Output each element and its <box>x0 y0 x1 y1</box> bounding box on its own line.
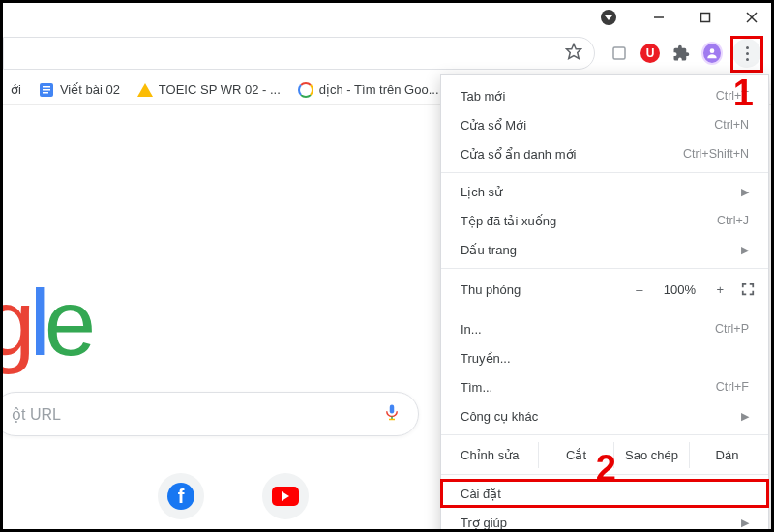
extension-icon-1[interactable] <box>609 43 630 64</box>
menu-separator <box>441 310 768 310</box>
edit-paste-button[interactable]: Dán <box>689 442 764 468</box>
menu-label: Tìm... <box>461 380 492 395</box>
menu-label: Chỉnh sửa <box>461 448 538 462</box>
chrome-menu-button[interactable] <box>732 39 761 68</box>
menu-print[interactable]: In...Ctrl+P <box>441 314 768 343</box>
svg-rect-2 <box>701 14 710 22</box>
menu-shortcut: Ctrl+N <box>714 118 749 132</box>
svg-point-7 <box>710 48 715 53</box>
menu-shortcut: Ctrl+Shift+N <box>683 147 749 161</box>
edit-copy-button[interactable]: Sao chép <box>613 442 689 468</box>
extensions-icon[interactable] <box>670 43 692 64</box>
menu-label: Cửa sổ ẩn danh mới <box>461 147 576 162</box>
menu-label: Lịch sử <box>461 185 502 199</box>
menu-label: Cửa sổ Mới <box>461 118 526 133</box>
menu-more-tools[interactable]: Công cụ khác▶ <box>441 401 768 430</box>
menu-cast[interactable]: Truyền... <box>441 343 768 372</box>
bookmark-label: dịch - Tìm trên Goo... <box>319 82 439 97</box>
bookmark-label: ới <box>11 82 21 97</box>
menu-help[interactable]: Trợ giúp▶ <box>441 508 768 532</box>
menu-label: Tab mới <box>461 89 505 103</box>
annotation-number-1: 1 <box>733 73 754 114</box>
menu-separator <box>441 434 768 435</box>
quicklink-facebook[interactable]: f <box>158 473 204 519</box>
menu-find[interactable]: Tìm...Ctrl+F <box>441 372 768 401</box>
menu-label: Tệp đã tải xuống <box>461 214 556 228</box>
menu-incognito[interactable]: Cửa sổ ẩn danh mớiCtrl+Shift+N <box>441 139 768 168</box>
minimize-button[interactable] <box>645 4 672 31</box>
bookmark-star-icon[interactable] <box>565 43 582 64</box>
bookmark-item[interactable]: TOEIC SP WR 02 - ... <box>137 82 281 98</box>
window-controls <box>601 3 771 32</box>
bookmark-label: Viết bài 02 <box>60 82 120 97</box>
bookmark-item[interactable]: dịch - Tìm trên Goo... <box>298 82 439 98</box>
drive-icon <box>137 82 153 98</box>
menu-shortcut: Ctrl+P <box>715 322 749 336</box>
quicklink-youtube[interactable] <box>262 473 309 519</box>
menu-label: Truyền... <box>461 351 511 366</box>
submenu-arrow-icon: ▶ <box>741 244 749 256</box>
profile-avatar[interactable] <box>701 43 723 64</box>
quick-links: f <box>158 473 309 519</box>
submenu-arrow-icon: ▶ <box>741 186 749 198</box>
menu-separator <box>441 172 768 173</box>
menu-separator <box>441 268 768 269</box>
docs-icon <box>39 82 54 98</box>
menu-shortcut: Ctrl+J <box>717 214 749 227</box>
menu-label: In... <box>461 322 482 337</box>
toolbar-icons: U <box>609 39 761 68</box>
zoom-value: 100% <box>660 282 699 297</box>
submenu-arrow-icon: ▶ <box>741 517 749 529</box>
menu-shortcut: Ctrl+F <box>716 380 749 394</box>
ublock-icon[interactable]: U <box>640 43 661 64</box>
google-icon <box>298 82 313 98</box>
google-logo: gle <box>0 270 90 376</box>
menu-new-tab[interactable]: Tab mớiCtrl+T <box>441 81 768 110</box>
annotation-number-2: 2 <box>596 448 616 489</box>
menu-zoom: Thu phóng – 100% + <box>441 273 768 306</box>
menu-label: Công cụ khác <box>461 409 538 424</box>
menu-bookmarks[interactable]: Dấu trang▶ <box>441 235 768 264</box>
search-placeholder: ột URL <box>12 405 383 424</box>
voice-search-icon[interactable] <box>383 401 401 427</box>
address-bar[interactable] <box>3 37 595 70</box>
bookmark-label: TOEIC SP WR 02 - ... <box>159 82 281 97</box>
notifications-indicator-icon[interactable] <box>601 10 616 25</box>
menu-label: Thu phóng <box>461 282 636 297</box>
fullscreen-icon[interactable] <box>741 282 755 296</box>
menu-label: Cài đặt <box>461 487 501 501</box>
bookmark-item[interactable]: ới <box>11 82 21 97</box>
menu-label: Dấu trang <box>461 243 517 257</box>
svg-rect-6 <box>613 47 625 59</box>
menu-downloads[interactable]: Tệp đã tải xuốngCtrl+J <box>441 206 768 235</box>
svg-marker-5 <box>567 44 581 59</box>
menu-new-window[interactable]: Cửa sổ MớiCtrl+N <box>441 110 768 139</box>
zoom-in-button[interactable]: + <box>716 282 724 297</box>
google-search-box[interactable]: ột URL <box>0 392 419 436</box>
bookmark-item[interactable]: Viết bài 02 <box>39 82 120 98</box>
svg-rect-8 <box>390 405 395 414</box>
zoom-out-button[interactable]: – <box>636 282 642 297</box>
svg-marker-0 <box>605 15 612 20</box>
menu-history[interactable]: Lịch sử▶ <box>441 177 768 206</box>
menu-label: Trợ giúp <box>461 516 507 530</box>
browser-toolbar: U <box>3 32 771 74</box>
maximize-button[interactable] <box>692 4 719 31</box>
close-button[interactable] <box>738 4 765 31</box>
submenu-arrow-icon: ▶ <box>741 410 749 423</box>
